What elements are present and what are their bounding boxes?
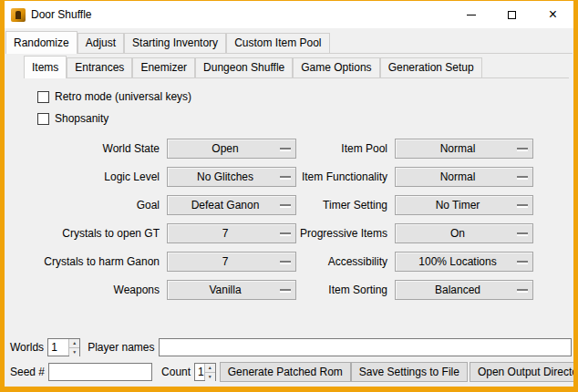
spinner-buttons: ▲ ▼ [68, 339, 79, 356]
dropdown-value: Vanilla [168, 284, 295, 296]
label-item-sorting: Item Sorting [296, 284, 395, 296]
dropdown-progressive-items[interactable]: On [395, 223, 533, 243]
window-content: Randomize Adjust Starting Inventory Cust… [5, 28, 573, 387]
dropdown-item-pool[interactable]: Normal [395, 139, 533, 159]
dropdown-value: Normal [396, 170, 532, 183]
label-timer-setting: Timer Setting [296, 199, 395, 211]
settings-row: World State Open Item Pool Normal [23, 134, 573, 162]
dropdown-indicator-icon [517, 232, 528, 236]
settings-row: Goal Defeat Ganon Timer Setting No Timer [23, 191, 573, 219]
spinner-down-icon[interactable]: ▼ [69, 347, 79, 356]
tab-items[interactable]: Items [24, 56, 67, 78]
dropdown-value: Normal [396, 142, 532, 155]
settings-row: Crystals to harm Ganon 7 Accessibility 1… [23, 247, 573, 275]
settings-row: Logic Level No Glitches Item Functionali… [23, 162, 573, 191]
tab-enemizer[interactable]: Enemizer [132, 57, 195, 77]
count-label: Count [158, 366, 194, 378]
dropdown-value: On [396, 227, 532, 240]
settings-grid: World State Open Item Pool Normal Logic … [23, 134, 573, 304]
maximize-icon [508, 11, 516, 19]
label-accessibility: Accessibility [296, 255, 395, 268]
main-tab-bar: Randomize Adjust Starting Inventory Cust… [5, 31, 573, 54]
tab-entrances[interactable]: Entrances [67, 57, 132, 77]
label-goal: Goal [23, 199, 167, 211]
dropdown-item-sorting[interactable]: Balanced [395, 280, 533, 300]
dropdown-crystals-open-gt[interactable]: 7 [167, 223, 296, 243]
dropdown-weapons[interactable]: Vanilla [167, 280, 296, 300]
dropdown-indicator-icon [280, 232, 291, 236]
window: Door Shuffle × Randomize Adjust Starting… [0, 0, 578, 392]
minimize-icon [467, 15, 476, 15]
label-world-state: World State [23, 142, 167, 155]
label-logic-level: Logic Level [23, 170, 167, 183]
dropdown-indicator-icon [517, 289, 528, 293]
checkbox-label: Shopsanity [55, 112, 108, 125]
spinner-down-icon[interactable]: ▼ [205, 372, 215, 381]
label-item-functionality: Item Functionality [296, 170, 395, 183]
tab-dungeon-shuffle[interactable]: Dungeon Shuffle [195, 57, 293, 77]
player-names-label: Player names [84, 341, 158, 354]
dropdown-value: 7 [168, 227, 295, 240]
label-progressive-items: Progressive Items [296, 227, 395, 240]
dropdown-indicator-icon [517, 176, 528, 180]
worlds-spinner[interactable]: 1 ▲ ▼ [47, 338, 80, 356]
label-crystals-harm-ganon: Crystals to harm Ganon [23, 255, 167, 268]
dropdown-value: 7 [168, 255, 295, 268]
label-crystals-open-gt: Crystals to open GT [23, 227, 167, 240]
settings-row: Weapons Vanilla Item Sorting Balanced [23, 275, 573, 304]
dropdown-value: Defeat Ganon [168, 199, 295, 211]
tab-randomize[interactable]: Randomize [5, 31, 77, 54]
count-value: 1 [195, 364, 204, 380]
count-spinner[interactable]: 1 ▲ ▼ [194, 363, 216, 381]
worlds-value: 1 [48, 339, 68, 356]
tab-adjust[interactable]: Adjust [77, 33, 124, 53]
window-title: Door Shuffle [31, 8, 450, 21]
dropdown-timer-setting[interactable]: No Timer [395, 195, 533, 215]
sub-tab-bar: Items Entrances Enemizer Dungeon Shuffle… [24, 56, 569, 78]
player-names-input[interactable] [159, 338, 573, 356]
label-weapons: Weapons [23, 284, 167, 296]
window-controls: × [450, 1, 573, 28]
dropdown-goal[interactable]: Defeat Ganon [167, 195, 296, 215]
tab-starting-inventory[interactable]: Starting Inventory [124, 33, 226, 53]
dropdown-indicator-icon [280, 204, 291, 208]
dropdown-crystals-harm-ganon[interactable]: 7 [167, 252, 296, 272]
dropdown-value: Open [168, 142, 295, 155]
open-output-directory-button[interactable]: Open Output Directory [470, 362, 573, 382]
dropdown-indicator-icon [517, 261, 528, 264]
spinner-up-icon[interactable]: ▲ [69, 339, 79, 347]
maximize-button[interactable] [491, 1, 532, 28]
tab-custom-item-pool[interactable]: Custom Item Pool [226, 33, 329, 53]
save-settings-button[interactable]: Save Settings to File [351, 362, 468, 382]
dropdown-value: Balanced [396, 284, 532, 296]
worlds-row: Worlds 1 ▲ ▼ Player names [6, 337, 572, 357]
checkbox-unchecked-icon [37, 113, 49, 125]
dropdown-value: No Timer [396, 199, 532, 211]
checkbox-retro-mode[interactable]: Retro mode (universal keys) [37, 86, 573, 108]
checkbox-shopsanity[interactable]: Shopsanity [37, 108, 573, 129]
dropdown-world-state[interactable]: Open [167, 139, 296, 159]
generate-patched-rom-button[interactable]: Generate Patched Rom [220, 362, 351, 382]
tab-generation-setup[interactable]: Generation Setup [380, 57, 482, 77]
spinner-buttons: ▲ ▼ [204, 364, 215, 380]
bottom-controls: Worlds 1 ▲ ▼ Player names Seed # Count 1 [6, 337, 572, 382]
spinner-up-icon[interactable]: ▲ [205, 364, 215, 372]
seed-label: Seed # [6, 366, 48, 378]
titlebar: Door Shuffle × [5, 1, 573, 28]
settings-row: Crystals to open GT 7 Progressive Items … [23, 219, 573, 247]
dropdown-item-functionality[interactable]: Normal [395, 167, 533, 187]
dropdown-logic-level[interactable]: No Glitches [167, 167, 296, 187]
dropdown-indicator-icon [517, 204, 528, 208]
checkbox-unchecked-icon [37, 91, 49, 103]
label-item-pool: Item Pool [296, 142, 395, 155]
seed-input[interactable] [48, 363, 152, 381]
minimize-button[interactable] [450, 1, 491, 28]
checkbox-label: Retro mode (universal keys) [55, 90, 191, 103]
dropdown-indicator-icon [280, 176, 291, 180]
app-icon [11, 8, 26, 22]
close-button[interactable]: × [532, 1, 573, 28]
dropdown-value: 100% Locations [396, 255, 532, 268]
dropdown-accessibility[interactable]: 100% Locations [395, 252, 533, 272]
tab-game-options[interactable]: Game Options [293, 57, 379, 77]
worlds-label: Worlds [6, 341, 47, 354]
